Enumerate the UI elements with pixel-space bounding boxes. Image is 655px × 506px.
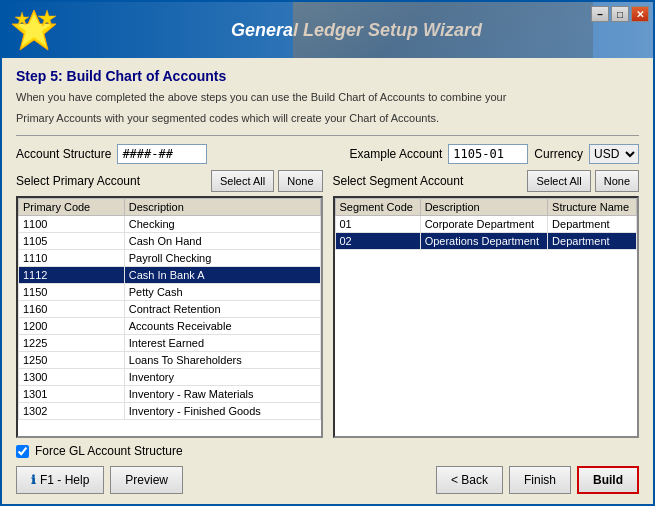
primary-desc-cell: Inventory	[124, 368, 320, 385]
primary-desc-cell: Cash On Hand	[124, 232, 320, 249]
finish-button[interactable]: Finish	[509, 466, 571, 494]
table-row[interactable]: 1110 Payroll Checking	[19, 249, 321, 266]
button-bar: ℹ F1 - Help Preview < Back Finish Build	[16, 464, 639, 494]
table-row[interactable]: 02 Operations Department Department	[335, 232, 637, 249]
primary-desc-cell: Loans To Shareholders	[124, 351, 320, 368]
segment-code-header: Segment Code	[335, 198, 420, 215]
segment-structure-cell: Department	[548, 215, 637, 232]
primary-account-scroll[interactable]: Primary Code Description 1100 Checking 1…	[18, 198, 321, 436]
table-row[interactable]: 1105 Cash On Hand	[19, 232, 321, 249]
primary-account-buttons: Select All None	[211, 170, 323, 192]
primary-desc-cell: Interest Earned	[124, 334, 320, 351]
primary-code-cell: 1160	[19, 300, 125, 317]
primary-desc-cell: Inventory - Finished Goods	[124, 402, 320, 419]
bottom-section: Force GL Account Structure ℹ F1 - Help P…	[16, 444, 639, 494]
segment-account-header: Select Segment Account Select All None	[333, 170, 640, 192]
table-row[interactable]: 1160 Contract Retention	[19, 300, 321, 317]
primary-code-cell: 1301	[19, 385, 125, 402]
account-structure-input[interactable]	[117, 144, 207, 164]
panels-row: Select Primary Account Select All None P…	[16, 170, 639, 438]
primary-account-panel: Select Primary Account Select All None P…	[16, 170, 323, 438]
table-row[interactable]: 1200 Accounts Receivable	[19, 317, 321, 334]
table-row[interactable]: 1150 Petty Cash	[19, 283, 321, 300]
table-row[interactable]: 1300 Inventory	[19, 368, 321, 385]
segment-account-panel: Select Segment Account Select All None S…	[333, 170, 640, 438]
primary-code-cell: 1225	[19, 334, 125, 351]
primary-code-cell: 1250	[19, 351, 125, 368]
segment-structure-cell: Department	[548, 232, 637, 249]
primary-code-cell: 1150	[19, 283, 125, 300]
segment-structure-header: Structure Name	[548, 198, 637, 215]
svg-marker-3	[15, 12, 29, 25]
table-row[interactable]: 01 Corporate Department Department	[335, 215, 637, 232]
primary-desc-cell: Petty Cash	[124, 283, 320, 300]
segment-code-cell: 01	[335, 215, 420, 232]
primary-account-header: Select Primary Account Select All None	[16, 170, 323, 192]
primary-desc-cell: Inventory - Raw Materials	[124, 385, 320, 402]
force-gl-checkbox[interactable]	[16, 445, 29, 458]
segment-none-button[interactable]: None	[595, 170, 639, 192]
primary-desc-cell: Accounts Receivable	[124, 317, 320, 334]
minimize-button[interactable]: –	[591, 6, 609, 22]
segment-desc-cell: Corporate Department	[420, 215, 547, 232]
primary-description-header: Description	[124, 198, 320, 215]
segment-description-header: Description	[420, 198, 547, 215]
primary-account-table: Primary Code Description 1100 Checking 1…	[16, 196, 323, 438]
step-description-line1: When you have completed the above steps …	[16, 90, 639, 105]
title-bg-decoration	[293, 2, 593, 58]
table-row[interactable]: 1250 Loans To Shareholders	[19, 351, 321, 368]
window-controls: – □ ✕	[591, 6, 649, 22]
back-button[interactable]: < Back	[436, 466, 503, 494]
account-structure-row: Account Structure Example Account Curren…	[16, 144, 639, 164]
build-button[interactable]: Build	[577, 466, 639, 494]
primary-code-cell: 1302	[19, 402, 125, 419]
primary-code-cell: 1105	[19, 232, 125, 249]
preview-button[interactable]: Preview	[110, 466, 183, 494]
primary-desc-cell: Checking	[124, 215, 320, 232]
app-logo	[10, 6, 58, 54]
segment-code-cell: 02	[335, 232, 420, 249]
main-window: General Ledger Setup Wizard – □ ✕ Step 5…	[0, 0, 655, 506]
primary-account-label: Select Primary Account	[16, 174, 140, 188]
example-account-input[interactable]	[448, 144, 528, 164]
title-bar: General Ledger Setup Wizard – □ ✕	[2, 2, 653, 58]
segment-desc-cell: Operations Department	[420, 232, 547, 249]
maximize-button[interactable]: □	[611, 6, 629, 22]
account-structure-label: Account Structure	[16, 147, 111, 161]
primary-code-cell: 1110	[19, 249, 125, 266]
currency-label: Currency	[534, 147, 583, 161]
close-button[interactable]: ✕	[631, 6, 649, 22]
primary-desc-cell: Contract Retention	[124, 300, 320, 317]
table-row[interactable]: 1112 Cash In Bank A	[19, 266, 321, 283]
segment-account-data: Segment Code Description Structure Name …	[335, 198, 638, 250]
step-description-line2: Primary Accounts with your segmented cod…	[16, 111, 639, 126]
help-icon: ℹ	[31, 473, 36, 487]
primary-none-button[interactable]: None	[278, 170, 322, 192]
checkbox-row: Force GL Account Structure	[16, 444, 639, 458]
primary-account-data: Primary Code Description 1100 Checking 1…	[18, 198, 321, 420]
segment-account-table: Segment Code Description Structure Name …	[333, 196, 640, 438]
segment-select-all-button[interactable]: Select All	[527, 170, 590, 192]
segment-account-buttons: Select All None	[527, 170, 639, 192]
segment-account-label: Select Segment Account	[333, 174, 464, 188]
content-area: Step 5: Build Chart of Accounts When you…	[2, 58, 653, 504]
primary-code-header: Primary Code	[19, 198, 125, 215]
table-row[interactable]: 1302 Inventory - Finished Goods	[19, 402, 321, 419]
currency-select[interactable]: USD	[589, 144, 639, 164]
primary-desc-cell: Payroll Checking	[124, 249, 320, 266]
table-row[interactable]: 1225 Interest Earned	[19, 334, 321, 351]
primary-code-cell: 1300	[19, 368, 125, 385]
primary-code-cell: 1112	[19, 266, 125, 283]
help-button[interactable]: ℹ F1 - Help	[16, 466, 104, 494]
segment-account-scroll[interactable]: Segment Code Description Structure Name …	[335, 198, 638, 436]
divider	[16, 135, 639, 136]
primary-desc-cell: Cash In Bank A	[124, 266, 320, 283]
force-gl-label[interactable]: Force GL Account Structure	[35, 444, 183, 458]
primary-code-cell: 1200	[19, 317, 125, 334]
example-account-label: Example Account	[350, 147, 443, 161]
table-row[interactable]: 1301 Inventory - Raw Materials	[19, 385, 321, 402]
primary-code-cell: 1100	[19, 215, 125, 232]
step-title: Step 5: Build Chart of Accounts	[16, 68, 639, 84]
table-row[interactable]: 1100 Checking	[19, 215, 321, 232]
primary-select-all-button[interactable]: Select All	[211, 170, 274, 192]
